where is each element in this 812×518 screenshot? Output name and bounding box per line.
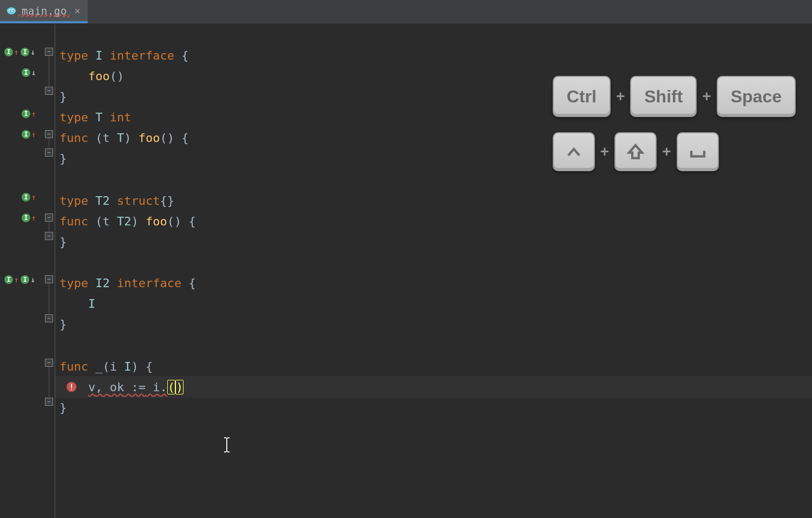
go-file-icon [5, 5, 17, 17]
receiver: t [102, 131, 109, 145]
ident: ok [110, 380, 125, 394]
code-line[interactable]: type I2 interface { [55, 272, 812, 294]
gutter-marker[interactable]: I↑I↓ [4, 275, 35, 284]
keyword: type [60, 49, 88, 62]
braces: {} [160, 194, 174, 208]
parens: () [110, 69, 125, 83]
fold-toggle[interactable]: − [45, 232, 53, 240]
parens: () [167, 215, 182, 228]
fold-guide [49, 56, 49, 86]
brace: { [181, 131, 188, 145]
keyword: interface [117, 276, 181, 290]
svg-point-3 [10, 10, 11, 11]
keyword: interface [110, 49, 174, 62]
plus-icon: + [616, 88, 625, 105]
fold-toggle[interactable]: − [45, 130, 53, 138]
type-name: I2 [95, 276, 110, 290]
keyword: type [60, 111, 88, 124]
keyword: func [60, 215, 88, 228]
brace: { [188, 215, 195, 228]
fold-guide [49, 222, 49, 231]
fold-guide [49, 367, 49, 397]
code-line[interactable]: type I interface { [55, 44, 812, 66]
brace: { [181, 49, 188, 62]
fold-column: − − − − − − − − − − [43, 24, 55, 518]
keyword: type [60, 276, 88, 290]
keyword: func [60, 131, 88, 145]
paren: ) [131, 360, 138, 373]
gutter: I↑I↓ I↓ I↑ I↑ I↑ I↑ I↑I↓ [0, 24, 43, 518]
fold-toggle[interactable]: − [45, 148, 53, 157]
type-keyword: int [110, 111, 132, 124]
paren: ( [95, 215, 102, 228]
key-ctrl: Ctrl [553, 76, 611, 117]
brace: } [60, 235, 67, 249]
type-name: T [95, 111, 102, 124]
code-line[interactable]: } [55, 313, 812, 335]
text-cursor-icon [223, 437, 231, 453]
parens: () [160, 131, 174, 145]
func-name: foo [88, 69, 110, 83]
keyword: func [60, 360, 88, 373]
error-bulb-icon[interactable] [65, 380, 78, 393]
svg-rect-6 [71, 384, 72, 388]
paren-matched: ) [175, 380, 184, 394]
type-name: I [95, 49, 102, 62]
code-line-current[interactable]: v, ok := i.() [55, 376, 812, 398]
gutter-marker[interactable]: I↑I↓ [4, 48, 35, 56]
brace: { [146, 360, 153, 373]
type-name: T2 [95, 194, 110, 208]
brace: } [60, 90, 67, 103]
code-line[interactable]: } [55, 397, 812, 418]
gutter-marker[interactable]: I↑ [22, 213, 36, 222]
type-name: T2 [117, 215, 132, 228]
ident: v [88, 380, 95, 394]
receiver: t [102, 215, 109, 228]
param: i [110, 360, 117, 373]
key-shift: Shift [630, 76, 697, 117]
fold-toggle[interactable]: − [45, 87, 53, 95]
type-name: I [124, 360, 131, 373]
fold-toggle[interactable]: − [45, 213, 53, 222]
code-line[interactable]: func (t T2) foo() { [55, 210, 812, 232]
fold-toggle[interactable]: − [45, 275, 53, 283]
shortcut-overlay: Ctrl + Shift + Space + + [553, 76, 796, 171]
close-tab-icon[interactable]: × [75, 5, 81, 16]
fold-toggle[interactable]: − [45, 314, 53, 322]
paren: ( [102, 360, 109, 373]
gutter-marker[interactable]: I↓ [22, 68, 36, 77]
fold-guide [49, 138, 49, 148]
brace: { [188, 276, 195, 290]
paren-matched: ( [167, 380, 175, 394]
key-space: Space [717, 76, 796, 117]
code-line[interactable]: I [55, 293, 812, 314]
plus-icon: + [662, 143, 671, 160]
code-line[interactable]: } [55, 231, 812, 252]
tab-bar: main.go × [0, 0, 812, 24]
fold-toggle[interactable]: − [45, 48, 53, 56]
brace: } [60, 318, 67, 331]
comma: , [95, 380, 102, 394]
code-line[interactable]: type T2 struct{} [55, 190, 812, 211]
paren: ) [124, 131, 131, 145]
fold-guide [49, 283, 49, 314]
code-line[interactable]: func _(i I) { [55, 355, 812, 377]
shortcut-row-icons: + + [553, 132, 796, 171]
fold-toggle[interactable]: − [45, 398, 53, 406]
func-name: foo [146, 215, 167, 228]
ident: i [153, 380, 160, 394]
plus-icon: + [702, 88, 711, 105]
key-ctrl-icon [553, 132, 595, 171]
keyword: struct [117, 194, 160, 208]
key-shift-icon [614, 132, 657, 171]
gutter-marker[interactable]: I↑ [22, 193, 36, 202]
file-tab-main-go[interactable]: main.go × [0, 0, 88, 23]
plus-icon: + [600, 143, 609, 160]
tab-error-underline [18, 15, 69, 17]
svg-rect-7 [71, 389, 72, 390]
fold-toggle[interactable]: − [45, 359, 53, 367]
gutter-marker[interactable]: I↑ [22, 130, 36, 139]
brace: } [60, 401, 67, 415]
gutter-marker[interactable]: I↑ [22, 109, 36, 118]
type-name: T [117, 131, 124, 145]
